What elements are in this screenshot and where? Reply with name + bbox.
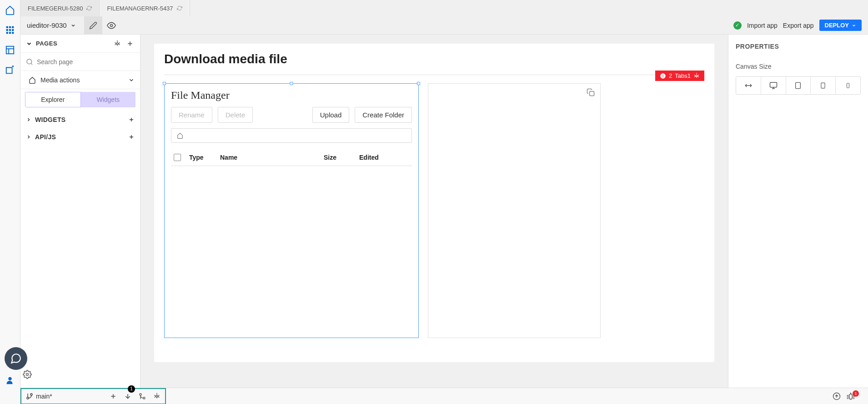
segment-explorer[interactable]: Explorer (25, 92, 81, 107)
chevron-right-icon (26, 117, 31, 122)
breadcrumb[interactable] (171, 128, 412, 143)
page-item-media-actions[interactable]: Media actions (20, 71, 140, 89)
user-icon[interactable] (5, 375, 15, 386)
pull-icon[interactable] (124, 393, 131, 400)
size-tablet-landscape[interactable] (786, 77, 811, 94)
svg-point-42 (140, 394, 141, 395)
segment-widgets[interactable]: Widgets (81, 92, 136, 107)
page-label: Media actions (40, 76, 80, 84)
col-type[interactable]: Type (189, 154, 212, 161)
refresh-icon[interactable] (177, 5, 182, 11)
tablet-icon (794, 82, 802, 89)
export-app-link[interactable]: Export app (783, 22, 814, 29)
preview-button[interactable] (102, 16, 120, 35)
file-manager-widget[interactable]: File Manager Rename Delete Upload Create… (164, 83, 419, 338)
svg-point-41 (143, 397, 145, 399)
deploy-button[interactable]: DEPLOY (819, 20, 862, 31)
plus-icon[interactable] (128, 134, 135, 140)
plus-icon[interactable] (128, 116, 135, 123)
add-page-button[interactable] (125, 39, 135, 48)
chevron-down-icon (70, 23, 76, 28)
home-icon[interactable] (5, 5, 15, 15)
edit-mode-button[interactable] (84, 16, 102, 35)
settings-gear-icon[interactable] (23, 370, 32, 379)
canvas-size-label: Canvas Size (736, 63, 861, 70)
new-page-icon[interactable] (5, 65, 15, 76)
chevron-down-icon[interactable] (26, 40, 32, 47)
copy-icon[interactable] (587, 88, 595, 96)
resize-handle[interactable] (290, 82, 293, 85)
select-all-checkbox[interactable] (174, 154, 181, 161)
svg-rect-34 (847, 83, 849, 88)
debug-button[interactable]: 1 (846, 392, 862, 401)
pages-header: PAGES (20, 35, 140, 53)
svg-rect-33 (821, 83, 825, 88)
upload-circle-icon[interactable] (833, 392, 841, 400)
bottom-bar: main* 1 1 (20, 388, 868, 404)
resize-handle[interactable] (417, 82, 420, 85)
side-widget[interactable] (428, 83, 601, 338)
error-badge[interactable]: ! 2 Tabs1 (655, 71, 704, 81)
git-panel[interactable]: main* 1 (20, 388, 166, 404)
canvas-card: Download media file ! 2 Tabs1 (154, 44, 714, 362)
svg-line-19 (31, 63, 32, 65)
size-auto[interactable] (736, 77, 761, 94)
error-count: 2 (669, 72, 672, 79)
settings-icon[interactable] (113, 39, 122, 48)
svg-point-14 (110, 24, 113, 26)
resize-handle[interactable] (163, 82, 166, 85)
home-icon[interactable] (177, 132, 183, 139)
svg-rect-8 (12, 32, 14, 34)
svg-rect-29 (770, 82, 777, 87)
editor-tab-2[interactable]: FILEMANAGERNR-5437 (100, 0, 190, 16)
apps-grid-icon[interactable] (5, 25, 15, 35)
col-name[interactable]: Name (220, 154, 316, 161)
svg-text:!: ! (662, 74, 664, 78)
svg-point-37 (27, 397, 29, 399)
tab-label: FILEMEGERUI-5280 (28, 5, 83, 12)
search-icon (26, 58, 33, 66)
tab-label: FILEMANAGERNR-5437 (107, 5, 173, 12)
size-desktop[interactable] (761, 77, 786, 94)
search-pages[interactable] (20, 53, 140, 71)
rename-button[interactable]: Rename (171, 107, 212, 123)
svg-rect-6 (6, 32, 8, 34)
size-tablet-portrait[interactable] (811, 77, 836, 94)
delete-button[interactable]: Delete (218, 107, 253, 123)
layout-icon[interactable] (5, 45, 15, 56)
upload-button[interactable]: Upload (312, 107, 350, 123)
gear-icon[interactable] (693, 73, 700, 79)
tree-apijs[interactable]: API/JS (20, 128, 140, 146)
col-edited[interactable]: Edited (359, 154, 391, 161)
branch-name: main* (36, 393, 52, 400)
gear-icon[interactable] (153, 393, 161, 400)
svg-rect-1 (9, 26, 11, 28)
editor-tab-1[interactable]: FILEMEGERUI-5280 (20, 0, 100, 16)
panel-segment: Explorer Widgets (25, 92, 135, 107)
git-branch[interactable]: main* (26, 393, 52, 400)
canvas-size-selector (736, 76, 861, 95)
canvas-area[interactable]: Download media file ! 2 Tabs1 (140, 35, 728, 404)
svg-rect-27 (590, 91, 594, 96)
create-folder-button[interactable]: Create Folder (355, 107, 412, 123)
col-size[interactable]: Size (324, 154, 351, 161)
app-selector[interactable]: uieditor-9030 (20, 21, 84, 29)
chat-icon[interactable] (5, 347, 27, 370)
error-icon: ! (660, 73, 666, 79)
svg-rect-0 (6, 26, 8, 28)
tree-widgets[interactable]: WIDGETS (20, 111, 140, 128)
editor-tabs: FILEMEGERUI-5280 FILEMANAGERNR-5437 (20, 0, 868, 16)
refresh-icon[interactable] (86, 5, 92, 11)
search-input[interactable] (37, 58, 135, 66)
merge-icon[interactable] (139, 393, 146, 400)
svg-rect-4 (9, 29, 11, 31)
chevron-down-icon[interactable] (128, 77, 135, 83)
plus-icon[interactable] (110, 393, 117, 400)
size-mobile[interactable] (836, 77, 860, 94)
widget-name: Tabs1 (675, 72, 691, 79)
svg-rect-2 (12, 26, 14, 28)
desktop-icon (769, 81, 778, 90)
pages-title: PAGES (36, 40, 109, 47)
import-app-link[interactable]: Import app (747, 22, 778, 29)
svg-rect-5 (12, 29, 14, 31)
